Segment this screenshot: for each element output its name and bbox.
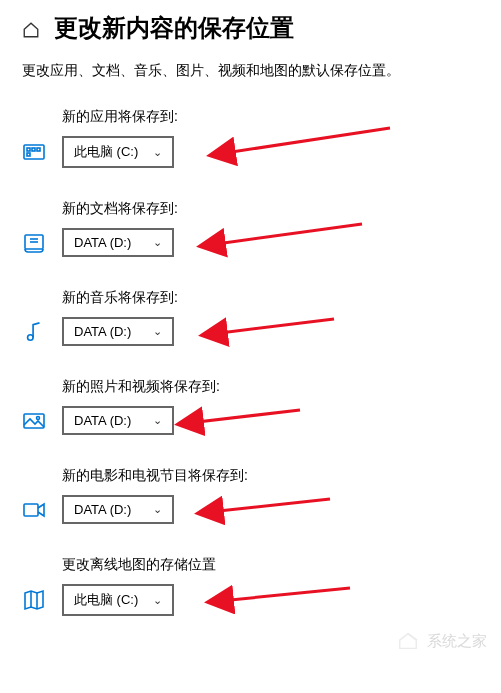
- photos-location-dropdown[interactable]: DATA (D:) ⌄: [62, 406, 174, 435]
- chevron-down-icon: ⌄: [153, 594, 162, 607]
- chevron-down-icon: ⌄: [153, 236, 162, 249]
- apps-label: 新的应用将保存到:: [62, 108, 479, 126]
- maps-location-value: 此电脑 (C:): [74, 591, 138, 609]
- svg-rect-3: [37, 148, 40, 151]
- watermark: 系统之家: [395, 630, 487, 652]
- movies-label: 新的电影和电视节目将保存到:: [62, 467, 479, 485]
- music-location-dropdown[interactable]: DATA (D:) ⌄: [62, 317, 174, 346]
- photos-label: 新的照片和视频将保存到:: [62, 378, 479, 396]
- chevron-down-icon: ⌄: [153, 414, 162, 427]
- photos-icon: [22, 409, 46, 433]
- chevron-down-icon: ⌄: [153, 325, 162, 338]
- documents-location-dropdown[interactable]: DATA (D:) ⌄: [62, 228, 174, 257]
- page-description: 更改应用、文档、音乐、图片、视频和地图的默认保存位置。: [22, 62, 479, 80]
- apps-location-value: 此电脑 (C:): [74, 143, 138, 161]
- photos-location-value: DATA (D:): [74, 413, 131, 428]
- movies-location-dropdown[interactable]: DATA (D:) ⌄: [62, 495, 174, 524]
- music-icon: [22, 320, 46, 344]
- movies-location-value: DATA (D:): [74, 502, 131, 517]
- maps-label: 更改离线地图的存储位置: [62, 556, 479, 574]
- documents-label: 新的文档将保存到:: [62, 200, 479, 218]
- maps-icon: [22, 588, 46, 612]
- svg-rect-1: [27, 148, 30, 151]
- music-label: 新的音乐将保存到:: [62, 289, 479, 307]
- documents-icon: [22, 231, 46, 255]
- svg-rect-19: [24, 504, 38, 516]
- documents-location-value: DATA (D:): [74, 235, 131, 250]
- chevron-down-icon: ⌄: [153, 146, 162, 159]
- page-title: 更改新内容的保存位置: [54, 12, 294, 44]
- home-icon[interactable]: [22, 21, 40, 39]
- apps-location-dropdown[interactable]: 此电脑 (C:) ⌄: [62, 136, 174, 168]
- svg-point-16: [37, 416, 40, 419]
- svg-point-12: [28, 334, 33, 340]
- chevron-down-icon: ⌄: [153, 503, 162, 516]
- movies-icon: [22, 498, 46, 522]
- svg-rect-0: [24, 145, 44, 159]
- svg-rect-4: [27, 153, 30, 156]
- apps-icon: [22, 140, 46, 164]
- svg-rect-2: [32, 148, 35, 151]
- music-location-value: DATA (D:): [74, 324, 131, 339]
- maps-location-dropdown[interactable]: 此电脑 (C:) ⌄: [62, 584, 174, 616]
